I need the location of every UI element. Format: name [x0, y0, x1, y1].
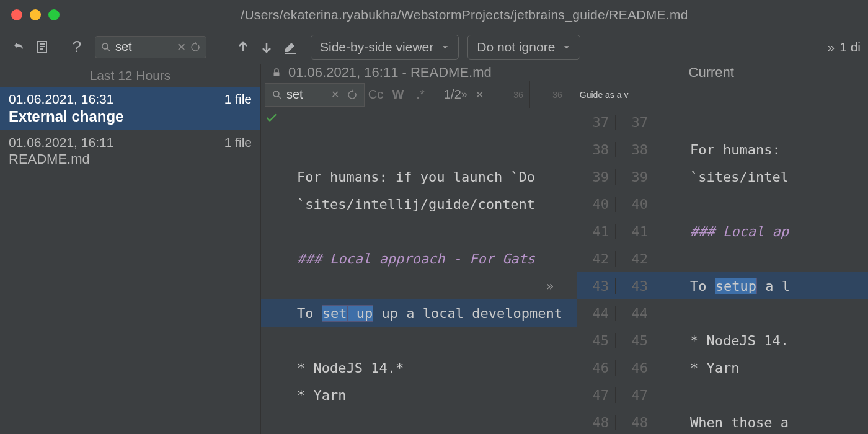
svg-point-5 [273, 91, 279, 97]
close-find-icon[interactable]: ✕ [475, 88, 484, 102]
help-button[interactable]: ? [65, 35, 89, 59]
line-number: 45 [577, 333, 616, 348]
search-history-icon[interactable] [347, 89, 358, 100]
code-line[interactable]: ### Local ap [654, 218, 868, 245]
lock-icon [271, 67, 282, 78]
diff-left-pane[interactable]: For humans: if you launch `Do`sites/inte… [261, 108, 577, 434]
prev-diff-button[interactable] [231, 35, 255, 59]
code-line[interactable]: For humans: [654, 136, 868, 163]
code-line[interactable] [654, 108, 868, 136]
code-line[interactable]: * Yarn [654, 354, 868, 381]
code-line[interactable]: When those a [654, 409, 868, 434]
line-number: 39 [616, 169, 654, 185]
search-icon [272, 89, 283, 100]
line-number: 48 [577, 415, 616, 430]
chevron-down-icon [441, 43, 450, 51]
gutter-cell: 36 [530, 81, 569, 108]
overflow-chevron-icon[interactable]: » [827, 40, 835, 55]
history-search-input[interactable] [115, 40, 153, 54]
history-item[interactable]: 01.06.2021, 16:311 fileExternal change [0, 87, 260, 130]
code-line[interactable] [261, 327, 577, 354]
code-line[interactable]: For humans: if you launch `Do [261, 163, 577, 190]
svg-line-2 [107, 48, 110, 51]
more-results-icon[interactable]: » [461, 88, 467, 102]
line-number: 38 [577, 142, 616, 157]
code-line[interactable] [654, 245, 868, 272]
line-gutters: 373738383939404041414242»434344444545464… [577, 108, 654, 434]
line-number: 45 [616, 333, 654, 348]
code-line[interactable]: ### Local approach - For Gats [261, 245, 577, 272]
line-number: 41 [616, 224, 654, 239]
code-line[interactable]: * Yarn [261, 381, 577, 409]
code-line[interactable]: * NodeJS 14.* [261, 354, 577, 381]
close-window-button[interactable] [11, 9, 22, 20]
line-number: 46 [577, 360, 616, 376]
diff-search-box[interactable]: ✕ [265, 83, 365, 107]
history-sidebar: Last 12 Hours 01.06.2021, 16:311 fileExt… [0, 64, 261, 434]
regex-toggle[interactable]: .* [409, 87, 432, 102]
search-icon [100, 42, 112, 53]
diff-viewer: 01.06.2021, 16:11 - README.md Current ✕ … [261, 64, 868, 434]
code-line[interactable] [654, 299, 868, 327]
line-number: 42 [577, 251, 616, 267]
line-number: 40 [616, 197, 654, 212]
diff-right-title: Current [565, 64, 859, 81]
viewer-mode-dropdown[interactable]: Side-by-side viewer [311, 35, 459, 60]
code-line[interactable] [654, 381, 868, 409]
diff-find-bar: ✕ Cc W .* 1/2 » ✕ 36 36 Guide as a v [261, 81, 868, 108]
cursor-indicator [153, 40, 153, 54]
minimize-window-button[interactable] [30, 9, 41, 20]
line-number: 43 [616, 278, 654, 294]
history-search-box[interactable]: ✕ [95, 36, 206, 58]
match-count-label: 1/2 [444, 87, 461, 102]
line-number: 37 [577, 115, 616, 130]
line-number: 46 [616, 360, 654, 376]
code-line[interactable] [261, 272, 577, 299]
line-number: 44 [616, 306, 654, 321]
search-history-icon[interactable] [190, 42, 201, 53]
gutter-cell: 36 [492, 81, 530, 108]
clear-search-icon[interactable]: ✕ [177, 40, 186, 54]
svg-point-1 [102, 43, 108, 49]
line-number: 39 [577, 169, 616, 185]
code-line[interactable]: To set up up a local development [261, 299, 577, 327]
line-number: 38 [616, 142, 654, 157]
svg-rect-4 [274, 72, 280, 76]
ignore-mode-dropdown[interactable]: Do not ignore [467, 35, 580, 60]
history-group-header: Last 12 Hours [0, 64, 260, 87]
undo-button[interactable] [7, 35, 31, 59]
diff-settings-button[interactable] [31, 35, 55, 59]
code-line[interactable] [261, 218, 577, 245]
inspection-ok-icon [265, 111, 278, 128]
line-number: 42 [616, 251, 654, 267]
line-number: 48 [616, 415, 654, 430]
diff-right-pane[interactable]: For humans: `sites/intel### Local apTo s… [654, 108, 868, 434]
code-line: Guide as a v [569, 90, 868, 100]
line-number: 40 [577, 197, 616, 212]
code-line[interactable]: `sites/intel [654, 163, 868, 190]
code-line[interactable]: To setup a l [654, 272, 868, 299]
maximize-window-button[interactable] [48, 9, 60, 20]
traffic-lights [11, 9, 60, 20]
code-line[interactable]: * NodeJS 14. [654, 327, 868, 354]
next-diff-button[interactable] [255, 35, 278, 59]
match-case-toggle[interactable]: Cc [365, 87, 387, 102]
code-line[interactable] [261, 409, 577, 434]
line-number: 41 [577, 224, 616, 239]
code-line[interactable]: `sites/intellij/guide/content [261, 190, 577, 218]
svg-line-6 [278, 96, 281, 99]
code-line[interactable] [261, 136, 577, 163]
line-number: 44 [577, 306, 616, 321]
edit-button[interactable] [278, 35, 302, 59]
code-line[interactable] [654, 190, 868, 218]
titlebar: /Users/ekaterina.ryabukha/WebstormProjec… [0, 0, 868, 30]
clear-search-icon[interactable]: ✕ [331, 89, 339, 100]
diff-search-input[interactable] [286, 87, 324, 102]
main-toolbar: ? ✕ Side-by-side viewer Do not ignore » … [0, 30, 868, 64]
chevron-down-icon [562, 43, 571, 51]
code-line[interactable] [261, 108, 577, 136]
history-item[interactable]: 01.06.2021, 16:111 fileREADME.md [0, 130, 260, 172]
line-number: 47 [616, 388, 654, 403]
diff-count-label: 1 di [839, 40, 861, 55]
whole-words-toggle[interactable]: W [387, 87, 409, 102]
